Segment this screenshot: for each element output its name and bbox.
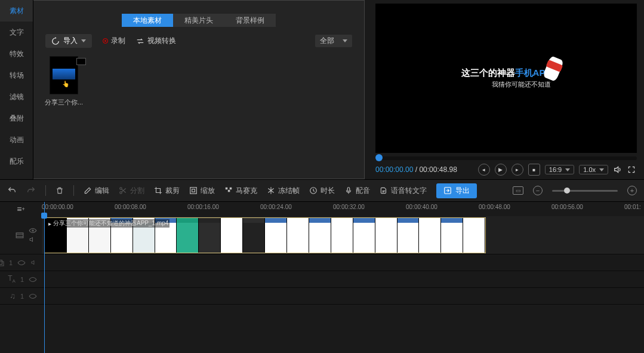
track-index: 1	[20, 293, 24, 300]
track-text-icon[interactable]: TA	[8, 274, 16, 284]
export-button[interactable]: 导出	[436, 183, 477, 198]
sidebar-item-overlay[interactable]: 叠附	[0, 108, 33, 129]
track-visibility-icon[interactable]	[29, 293, 37, 299]
edit-toolbar: 编辑 分割 裁剪 缩放 马赛克 冻结帧 时长 配音 语音转文字 导出 ▭ − +	[0, 179, 644, 202]
preview-panel: 这三个的神器手机APP 我猜你可能还不知道 00:00:00.00 / 00:0…	[365, 0, 644, 179]
audio-track: ♫ 1	[0, 288, 644, 305]
duration-button[interactable]: 时长	[309, 186, 335, 196]
sidebar-item-filter[interactable]: 滤镜	[0, 86, 33, 108]
scrub-handle[interactable]	[375, 154, 383, 161]
track-visibility-icon[interactable]	[29, 277, 37, 283]
redo-button[interactable]	[26, 186, 36, 195]
thumb-preview: ▶ 👆	[50, 56, 78, 94]
play-icon: ▶	[81, 58, 85, 63]
track-index: 1	[20, 276, 24, 283]
sidebar-item-music[interactable]: 配乐	[0, 151, 33, 172]
sidebar-item-fx[interactable]: 特效	[0, 43, 33, 65]
zoom-slider[interactable]	[552, 190, 618, 192]
svg-rect-5	[228, 190, 230, 192]
fullscreen-icon[interactable]	[627, 165, 636, 174]
speed-select[interactable]: 1.0x	[579, 165, 608, 174]
text-track: TA 1	[0, 271, 644, 288]
split-button[interactable]: 分割	[119, 186, 144, 196]
track-index: 1	[9, 259, 13, 266]
aspect-select[interactable]: 16:9	[545, 165, 574, 174]
dub-button[interactable]: 配音	[344, 186, 370, 196]
sidebar-item-text[interactable]: 文字	[0, 22, 33, 43]
overlay-track: 1	[0, 254, 644, 271]
filter-select[interactable]: 全部	[315, 35, 352, 47]
record-icon	[103, 38, 108, 44]
video-overlay-text: 这三个的神器手机APP 我猜你可能还不知道	[461, 67, 551, 89]
mosaic-button[interactable]: 马赛克	[224, 186, 257, 196]
material-panel: 本地素材 精美片头 背景样例 导入 录制 视频转换	[33, 0, 365, 179]
prev-frame-button[interactable]: ◂	[478, 164, 490, 176]
tab-intros[interactable]: 精美片头	[173, 14, 224, 27]
track-visibility-icon[interactable]	[29, 228, 37, 234]
clip-label: ▸分享三个你可能还不知道的神器APP_1.mp4	[47, 219, 170, 228]
play-button[interactable]: ▶	[495, 164, 507, 176]
convert-button[interactable]: 视频转换	[136, 36, 176, 46]
svg-rect-12	[0, 260, 2, 264]
track-mute-icon[interactable]	[30, 259, 37, 266]
preview-scrubber[interactable]	[375, 156, 637, 160]
svg-rect-10	[16, 232, 23, 237]
undo-button[interactable]	[7, 186, 17, 195]
record-button[interactable]: 录制	[103, 36, 125, 46]
next-frame-button[interactable]: ▸	[511, 164, 523, 176]
media-thumb[interactable]: ▶ 👆 分享三个你...	[45, 56, 82, 107]
sidebar-item-material[interactable]: 素材	[0, 0, 33, 22]
import-icon	[51, 37, 60, 45]
play-icon: ▸	[48, 220, 51, 227]
video-graphic	[546, 57, 565, 84]
sidebar: 素材 文字 特效 转场 滤镜 叠附 动画 配乐	[0, 0, 33, 179]
track-mute-icon[interactable]	[29, 236, 37, 243]
scale-button[interactable]: 缩放	[189, 186, 215, 196]
zoom-in-button[interactable]: +	[627, 186, 637, 195]
svg-rect-6	[230, 188, 232, 190]
stop-button[interactable]: ■	[528, 164, 540, 176]
sidebar-item-transition[interactable]: 转场	[0, 65, 33, 86]
video-clip[interactable]: ▸分享三个你可能还不知道的神器APP_1.mp4	[44, 217, 486, 253]
chevron-down-icon	[81, 39, 86, 42]
timeline: ≡+ 00:00:00.00 00:00:08.00 00:00:16.00 0…	[0, 202, 644, 353]
track-music-icon[interactable]: ♫	[10, 291, 16, 300]
convert-icon	[136, 38, 144, 45]
chevron-down-icon	[343, 39, 347, 42]
svg-point-11	[32, 229, 33, 231]
delete-button[interactable]	[56, 186, 64, 195]
track-overlay-icon[interactable]	[0, 259, 4, 266]
sidebar-item-animation[interactable]: 动画	[0, 129, 33, 151]
zoom-knob[interactable]	[564, 188, 570, 194]
import-label: 导入	[63, 36, 78, 46]
tab-local[interactable]: 本地素材	[122, 14, 173, 27]
edit-button[interactable]: 编辑	[84, 186, 109, 196]
chevron-down-icon	[599, 168, 604, 171]
video-track: ▸分享三个你可能还不知道的神器APP_1.mp4	[0, 216, 644, 254]
svg-rect-3	[192, 189, 195, 192]
fit-button[interactable]: ▭	[513, 186, 523, 195]
import-button[interactable]: 导入	[45, 34, 92, 48]
zoom-out-button[interactable]: −	[533, 186, 543, 195]
track-visibility-icon[interactable]	[17, 260, 26, 266]
svg-rect-2	[190, 188, 197, 194]
playhead[interactable]	[44, 202, 45, 353]
time-ruler[interactable]: 00:00:00.00 00:00:08.00 00:00:16.00 00:0…	[42, 202, 644, 216]
chevron-down-icon	[565, 168, 570, 171]
svg-rect-8	[347, 188, 350, 191]
time-display: 00:00:00.00 / 00:00:48.98	[375, 165, 457, 174]
filter-label: 全部	[320, 36, 334, 46]
track-video-icon[interactable]	[16, 232, 24, 239]
convert-label: 视频转换	[147, 36, 176, 46]
add-track-button[interactable]: ≡+	[0, 202, 42, 216]
thumb-label: 分享三个你...	[45, 98, 83, 107]
crop-button[interactable]: 裁剪	[154, 186, 180, 196]
record-label: 录制	[111, 36, 125, 46]
freeze-button[interactable]: 冻结帧	[267, 186, 300, 196]
stt-button[interactable]: 语音转文字	[380, 186, 427, 196]
tab-backgrounds[interactable]: 背景样例	[224, 14, 276, 27]
volume-icon[interactable]	[613, 165, 623, 174]
preview-canvas[interactable]: 这三个的神器手机APP 我猜你可能还不知道	[375, 4, 637, 153]
svg-rect-4	[226, 188, 228, 190]
